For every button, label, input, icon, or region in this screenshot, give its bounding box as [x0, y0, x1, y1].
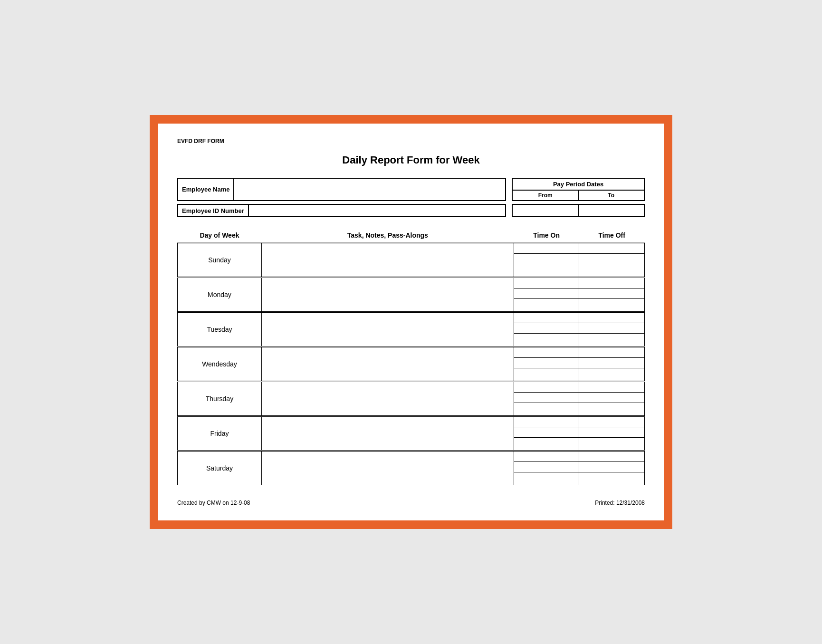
time-off-cell[interactable]	[579, 382, 645, 416]
time-on-cell[interactable]	[514, 312, 579, 347]
time-off-sub-row[interactable]	[579, 462, 644, 472]
day-name: Saturday	[178, 452, 261, 485]
time-off-sub-row[interactable]	[579, 382, 644, 393]
time-on-cell[interactable]	[514, 451, 579, 485]
time-on-cell[interactable]	[514, 416, 579, 451]
time-on-sub-row[interactable]	[514, 313, 579, 323]
time-off-sub-row[interactable]	[579, 358, 644, 368]
time-off-sub-row[interactable]	[579, 393, 644, 403]
time-on-sub-row[interactable]	[514, 358, 579, 368]
time-on-sub-row[interactable]	[514, 254, 579, 264]
time-off-sub-row[interactable]	[579, 243, 644, 254]
time-off-sub-row[interactable]	[579, 438, 644, 448]
form-title: Daily Report Form for Week	[177, 154, 645, 166]
pay-period-row2	[512, 204, 645, 217]
time-off-cell[interactable]	[579, 416, 645, 451]
time-off-sub-row[interactable]	[579, 472, 644, 483]
time-off-sub-row[interactable]	[579, 368, 644, 379]
day-name: Monday	[178, 278, 261, 311]
time-on-sub-row[interactable]	[514, 472, 579, 483]
time-on-sub-row[interactable]	[514, 278, 579, 288]
time-off-sub-row[interactable]	[579, 347, 644, 358]
header-row1: Employee Name Pay Period Dates From To	[177, 178, 645, 201]
day-name: Sunday	[178, 243, 261, 277]
tasks-cell[interactable]	[261, 278, 514, 312]
pay-from-input[interactable]	[512, 204, 579, 217]
time-off-sub-row[interactable]	[579, 278, 644, 288]
time-on-sub-row[interactable]	[514, 427, 579, 438]
table-header-row: Day of Week Task, Notes, Pass-Alongs Tim…	[178, 229, 645, 243]
page: EVFD DRF FORM Daily Report Form for Week…	[158, 124, 664, 520]
pay-period-box: Pay Period Dates From To	[512, 178, 645, 201]
time-off-sub-row[interactable]	[579, 254, 644, 264]
time-off-sub-row[interactable]	[579, 288, 644, 299]
table-row: Saturday	[178, 451, 645, 485]
time-on-cell[interactable]	[514, 278, 579, 312]
pay-to-input[interactable]	[579, 204, 645, 217]
time-on-sub-row[interactable]	[514, 347, 579, 358]
tasks-cell[interactable]	[261, 382, 514, 416]
time-off-cell[interactable]	[579, 312, 645, 347]
time-on-sub-row[interactable]	[514, 403, 579, 413]
time-off-sub-row[interactable]	[579, 334, 644, 344]
time-on-sub-row[interactable]	[514, 264, 579, 275]
from-label: From	[513, 191, 579, 200]
col-header-tasks: Task, Notes, Pass-Alongs	[261, 229, 514, 243]
time-off-cell[interactable]	[579, 278, 645, 312]
time-on-sub-row[interactable]	[514, 393, 579, 403]
time-on-cell[interactable]	[514, 382, 579, 416]
time-on-sub-row[interactable]	[514, 299, 579, 309]
footer-right: Printed: 12/31/2008	[595, 500, 645, 506]
form-id: EVFD DRF FORM	[177, 138, 645, 144]
time-off-cell[interactable]	[579, 347, 645, 382]
table-row: Sunday	[178, 243, 645, 278]
time-off-sub-row[interactable]	[579, 323, 644, 334]
time-off-sub-row[interactable]	[579, 403, 644, 413]
footer-left: Created by CMW on 12-9-08	[177, 500, 250, 506]
table-row: Wendesday	[178, 347, 645, 382]
header-row2: Employee ID Number	[177, 204, 645, 217]
tasks-cell[interactable]	[261, 243, 514, 278]
time-on-cell[interactable]	[514, 243, 579, 278]
time-on-sub-row[interactable]	[514, 382, 579, 393]
time-off-sub-row[interactable]	[579, 417, 644, 427]
time-on-sub-row[interactable]	[514, 438, 579, 448]
main-table: Day of Week Task, Notes, Pass-Alongs Tim…	[177, 229, 645, 485]
time-off-sub-row[interactable]	[579, 452, 644, 462]
time-off-sub-row[interactable]	[579, 427, 644, 438]
time-on-sub-row[interactable]	[514, 368, 579, 379]
day-name: Tuesday	[178, 313, 261, 346]
tasks-cell[interactable]	[261, 312, 514, 347]
tasks-cell[interactable]	[261, 347, 514, 382]
employee-id-label: Employee ID Number	[177, 204, 249, 217]
footer: Created by CMW on 12-9-08 Printed: 12/31…	[177, 500, 645, 506]
time-off-sub-row[interactable]	[579, 264, 644, 275]
time-off-cell[interactable]	[579, 451, 645, 485]
col-header-timeoff: Time Off	[579, 229, 645, 243]
tasks-cell[interactable]	[261, 416, 514, 451]
time-on-sub-row[interactable]	[514, 243, 579, 254]
time-on-sub-row[interactable]	[514, 417, 579, 427]
time-on-sub-row[interactable]	[514, 334, 579, 344]
time-on-sub-row[interactable]	[514, 462, 579, 472]
time-off-cell[interactable]	[579, 243, 645, 278]
header-fields: Employee Name Pay Period Dates From To E…	[177, 178, 645, 217]
time-off-sub-row[interactable]	[579, 313, 644, 323]
inner-border: EVFD DRF FORM Daily Report Form for Week…	[156, 122, 666, 522]
day-name: Wendesday	[178, 347, 261, 381]
employee-id-input[interactable]	[249, 204, 506, 217]
day-name: Friday	[178, 417, 261, 450]
table-row: Monday	[178, 278, 645, 312]
employee-name-input[interactable]	[234, 178, 506, 201]
pay-period-subheaders: From To	[513, 191, 644, 200]
time-on-sub-row[interactable]	[514, 452, 579, 462]
time-on-sub-row[interactable]	[514, 288, 579, 299]
outer-border: EVFD DRF FORM Daily Report Form for Week…	[150, 115, 672, 529]
time-on-sub-row[interactable]	[514, 323, 579, 334]
employee-name-label: Employee Name	[177, 178, 234, 201]
col-header-day: Day of Week	[178, 229, 262, 243]
time-off-sub-row[interactable]	[579, 299, 644, 309]
time-on-cell[interactable]	[514, 347, 579, 382]
pay-period-title: Pay Period Dates	[513, 179, 644, 191]
tasks-cell[interactable]	[261, 451, 514, 485]
